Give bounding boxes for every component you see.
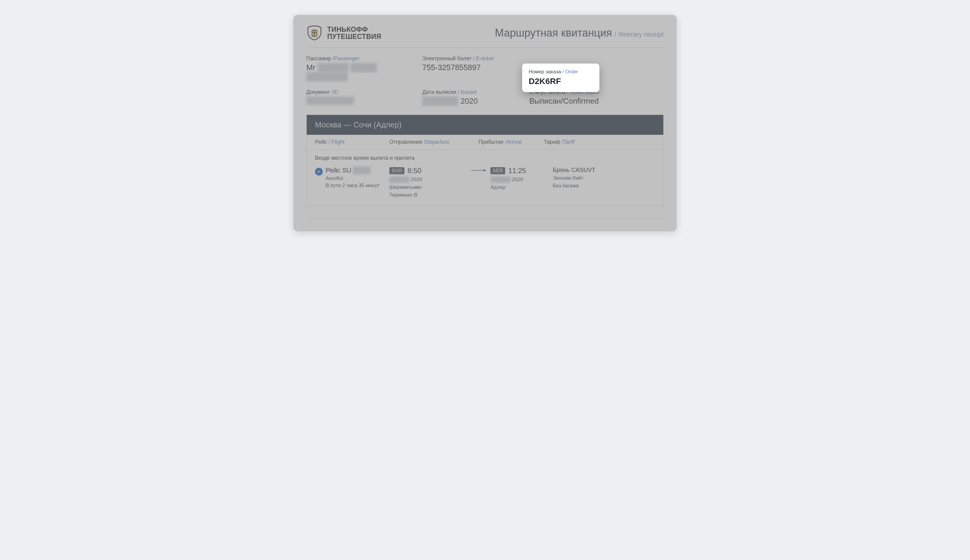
route-columns: Рейс / Flight Отправление /Departure При… [307, 135, 663, 150]
field-passenger: Пассажир /Passenger Mr XXXXXX XXXXX XXXX… [306, 55, 419, 82]
header: ТИНЬКОФФ ПУТЕШЕСТВИЯ Маршрутная квитанци… [306, 25, 664, 48]
booking-ref: Бронь CASUVT [553, 167, 655, 173]
route-body: Везде местное время вылета и прилета Рей… [307, 150, 663, 206]
tinkoff-shield-icon [306, 25, 323, 41]
redacted: XXXXXX [318, 63, 349, 72]
issued-value: XXXXXXX 2020 [422, 97, 526, 106]
order-number-highlight: Номер заказа / Order D2K6RF [522, 63, 599, 92]
status-value: Выписан/Confirmed [529, 97, 664, 106]
fare-class: Эконом-Лайт [553, 175, 655, 181]
col-arrival: Прибытие /Arrival [478, 139, 544, 145]
itinerary-sheet: ТИНЬКОФФ ПУТЕШЕСТВИЯ Маршрутная квитанци… [293, 15, 677, 231]
timezone-note: Везде местное время вылета и прилета [315, 155, 655, 161]
slash: / [614, 31, 616, 38]
flight-number: Рейс SU XXXX [326, 167, 380, 174]
redacted: XXXXXX [490, 177, 510, 183]
order-value: D2K6RF [528, 77, 593, 86]
dep-time: 8:50 [407, 167, 421, 175]
baggage: Без багажа [553, 183, 655, 189]
passenger-label-en: Passenger [334, 55, 360, 62]
brand-line2: ПУТЕШЕСТВИЯ [327, 33, 381, 40]
order-label-ru: Номер заказа [528, 69, 561, 75]
passenger-value: Mr XXXXXX XXXXX XXXXXXXX [306, 63, 419, 82]
arr-date: XXXXXX 2020 [490, 177, 553, 183]
flight-duration: В пути 2 часа 35 минут [326, 183, 380, 188]
field-eticket: Электронный билет / E-ticket 755-3257855… [422, 55, 526, 82]
field-issued: Дата выписки / Issued XXXXXXX 2020 [422, 89, 526, 106]
route-block: Москва — Сочи (Адлер) Рейс / Flight Отпр… [306, 115, 664, 206]
col-flight: Рейс / Flight [315, 139, 389, 145]
eticket-label-ru: Электронный билет [422, 55, 472, 62]
redacted: XXXXX [351, 63, 376, 72]
dep-date: XXXXXX 2020 [389, 177, 467, 183]
airline-name: Aeroflot [326, 175, 380, 182]
flight-name: Рейс SU XXXX Aeroflot В пути 2 часа 35 м… [315, 167, 389, 188]
field-document: Документ /ID XXXXXXXXXX [306, 89, 419, 106]
arr-time: 11:25 [508, 167, 526, 175]
arrow-icon [467, 167, 490, 173]
redacted: XXXXXXX [422, 97, 458, 106]
col-departure: Отправление /Departure [389, 139, 478, 145]
document-title-ru: Маршрутная квитанция [495, 27, 612, 39]
departure-col: SVO 8:50 XXXXXX 2020 Шереметьево Термина… [389, 167, 467, 198]
route-title: Москва — Сочи (Адлер) [307, 115, 663, 135]
issued-label-ru: Дата выписки [422, 89, 456, 95]
eticket-label-en: E-ticket [476, 55, 494, 62]
redacted: XXXXXX [389, 177, 410, 183]
tariff-col: Бронь CASUVT Эконом-Лайт Без багажа [553, 167, 655, 189]
issued-year: 2020 [461, 97, 478, 105]
issued-label-en: Issued [461, 89, 477, 95]
brand-line1: ТИНЬКОФФ [327, 26, 381, 33]
document-stage: ТИНЬКОФФ ПУТЕШЕСТВИЯ Маршрутная квитанци… [293, 15, 677, 231]
aeroflot-icon [315, 168, 323, 175]
document-title: Маршрутная квитанция / Itinerary receipt [495, 27, 664, 39]
redacted: XXXXXXXX [306, 72, 348, 82]
passenger-salutation: Mr [306, 63, 315, 72]
dep-airport-code: SVO [389, 167, 405, 174]
document-title-en: Itinerary receipt [619, 31, 664, 38]
eticket-value: 755-3257855897 [422, 63, 526, 72]
dep-airport: Шереметьево [389, 184, 467, 190]
passenger-label-ru: Пассажир [306, 55, 331, 62]
arrival-col: AER 11:25 XXXXXX 2020 Адлер [490, 167, 553, 190]
document-value: XXXXXXXXXX [306, 97, 419, 105]
info-grid: Пассажир /Passenger Mr XXXXXX XXXXX XXXX… [306, 55, 664, 106]
arr-airport: Адлер [490, 184, 553, 190]
brand-name: ТИНЬКОФФ ПУТЕШЕСТВИЯ [327, 26, 381, 40]
redacted: XXXXXXXXXX [306, 97, 354, 105]
dep-terminal: Терминал B [389, 192, 467, 198]
document-label-en: ID [333, 89, 338, 95]
arr-airport-code: AER [490, 167, 505, 174]
order-label-en: Order [565, 69, 578, 75]
flight-row: Рейс SU XXXX Aeroflot В пути 2 часа 35 м… [315, 167, 655, 198]
col-tariff: Тариф /Tariff [544, 139, 655, 145]
brand: ТИНЬКОФФ ПУТЕШЕСТВИЯ [306, 25, 381, 41]
redacted: XXXX [353, 167, 371, 174]
document-label-ru: Документ [306, 89, 330, 95]
